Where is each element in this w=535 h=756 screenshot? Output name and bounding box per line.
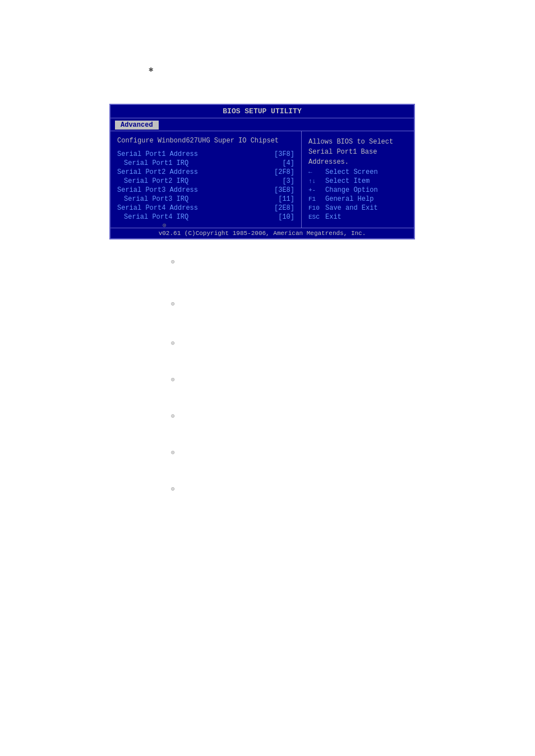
key-symbol: ESC — [308, 214, 325, 220]
circle-icon: ⊙ — [171, 412, 175, 420]
menu-item-value: [2E8] — [274, 204, 294, 212]
key-symbol: ↑↓ — [308, 178, 325, 185]
menu-item-value: [3] — [282, 177, 294, 185]
key-action: Select Item — [325, 177, 370, 185]
key-symbol: +- — [308, 187, 325, 193]
menu-item[interactable]: Serial Port3 IRQ[11] — [117, 195, 294, 203]
menu-item[interactable]: Serial Port4 Address[2E8] — [117, 204, 294, 212]
menu-item-value: [3E8] — [274, 186, 294, 194]
bios-right-panel: Allows BIOS to Select Serial Port1 Base … — [302, 131, 414, 228]
menu-item[interactable]: Serial Port3 Address[3E8] — [117, 186, 294, 194]
circle-icon: ⊙ — [171, 485, 175, 492]
menu-item-label: Serial Port2 IRQ — [117, 177, 188, 185]
menu-item-label: Serial Port2 Address — [117, 168, 198, 176]
menu-item[interactable]: Serial Port2 Address[2F8] — [117, 168, 294, 176]
bios-footer: v02.61 (C)Copyright 1985-2006, American … — [110, 228, 414, 238]
circle-icon: ⊙ — [163, 222, 167, 229]
menu-item-value: [11] — [278, 195, 294, 203]
menu-item[interactable]: Serial Port4 IRQ[10] — [117, 213, 294, 221]
bios-body: Configure Winbond627UHG Super IO Chipset… — [110, 131, 414, 228]
asterisk-icon: ✱ — [149, 64, 153, 74]
key-help-row: F10Save and Exit — [308, 204, 407, 212]
circle-icon: ⊙ — [171, 449, 175, 456]
key-help-row: F1General Help — [308, 195, 407, 203]
key-action: Save and Exit — [325, 204, 378, 212]
tab-row: Advanced — [110, 118, 414, 131]
bios-header: BIOS SETUP UTILITY — [110, 105, 414, 118]
menu-item-label: Serial Port4 IRQ — [117, 213, 188, 221]
circle-icon: ⊙ — [171, 376, 175, 383]
key-symbol: F1 — [308, 196, 325, 202]
menu-list: Serial Port1 Address[3F8]Serial Port1 IR… — [117, 150, 294, 221]
key-help-list: ←Select Screen↑↓Select Item+-Change Opti… — [308, 168, 407, 222]
key-action: Select Screen — [325, 168, 378, 176]
menu-item[interactable]: Serial Port1 IRQ[4] — [117, 159, 294, 167]
menu-item-label: Serial Port3 Address — [117, 186, 198, 194]
key-action: Exit — [325, 213, 342, 221]
menu-item-label: Serial Port4 Address — [117, 204, 198, 212]
key-help-row: ESCExit — [308, 213, 407, 221]
circle-icon: ⊙ — [171, 300, 175, 307]
key-help-row: ↑↓Select Item — [308, 177, 407, 185]
tab-advanced[interactable]: Advanced — [115, 121, 159, 130]
menu-item[interactable]: Serial Port1 Address[3F8] — [117, 150, 294, 158]
menu-item-label: Serial Port1 IRQ — [117, 159, 188, 167]
key-symbol: F10 — [308, 205, 325, 211]
section-title: Configure Winbond627UHG Super IO Chipset — [117, 137, 294, 145]
circle-icon: ⊙ — [171, 258, 175, 265]
help-text: Allows BIOS to Select Serial Port1 Base … — [308, 137, 407, 168]
menu-item-label: Serial Port3 IRQ — [117, 195, 188, 203]
key-help-row: +-Change Option — [308, 186, 407, 194]
menu-item-value: [3F8] — [274, 150, 294, 158]
key-action: General Help — [325, 195, 373, 203]
menu-item-value: [10] — [278, 213, 294, 221]
menu-item-value: [4] — [282, 159, 294, 167]
bios-left-panel: Configure Winbond627UHG Super IO Chipset… — [110, 131, 302, 228]
bios-window: BIOS SETUP UTILITY Advanced Configure Wi… — [109, 104, 415, 239]
menu-item[interactable]: Serial Port2 IRQ[3] — [117, 177, 294, 185]
bios-title: BIOS SETUP UTILITY — [223, 107, 301, 116]
key-symbol: ← — [308, 169, 325, 176]
menu-item-label: Serial Port1 Address — [117, 150, 198, 158]
menu-item-value: [2F8] — [274, 168, 294, 176]
key-help-row: ←Select Screen — [308, 168, 407, 176]
key-action: Change Option — [325, 186, 378, 194]
circle-icon: ⊙ — [171, 339, 175, 347]
